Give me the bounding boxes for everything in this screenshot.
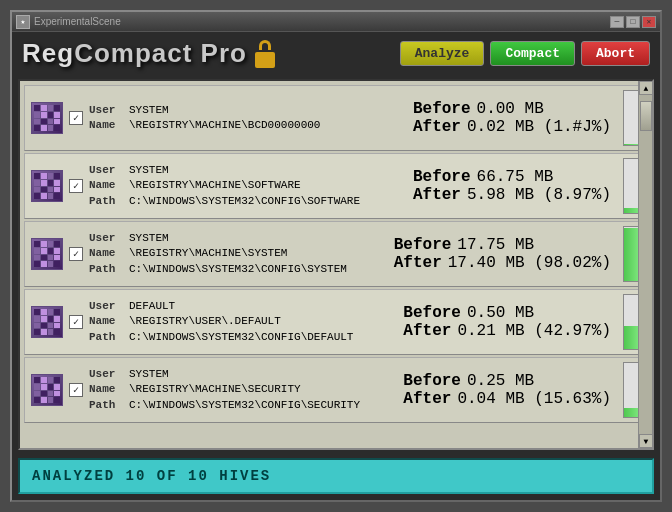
- hive-icon: [31, 102, 63, 134]
- title-pro: Pro: [192, 38, 247, 68]
- path-value: C:\WINDOWS\SYSTEM32\CONFIG\SOFTWARE: [129, 194, 360, 209]
- name-value: \REGISTRY\USER\.DEFAULT: [129, 314, 281, 329]
- name-value: \REGISTRY\MACHINE\SYSTEM: [129, 246, 287, 261]
- scrollbar-thumb[interactable]: [640, 101, 652, 131]
- hive-info: UserSYSTEMName\REGISTRY\MACHINE\SYSTEMPa…: [89, 231, 388, 277]
- title-bar-buttons: ─ □ ✕: [610, 16, 656, 28]
- hive-icon: [31, 170, 63, 202]
- hive-item: UserDEFAULTName\REGISTRY\USER\.DEFAULTPa…: [24, 289, 648, 355]
- path-label: Path: [89, 398, 129, 413]
- hive-icon: [31, 374, 63, 406]
- user-value: DEFAULT: [129, 299, 175, 314]
- path-value: C:\WINDOWS\SYSTEM32\CONFIG\DEFAULT: [129, 330, 353, 345]
- name-label: Name: [89, 382, 129, 397]
- user-label: User: [89, 103, 129, 118]
- hive-icon: [31, 238, 63, 270]
- hive-info: UserSYSTEMName\REGISTRY\MACHINE\SOFTWARE…: [89, 163, 407, 209]
- path-label: Path: [89, 330, 129, 345]
- before-value: 66.75 MB: [477, 168, 597, 186]
- toolbar: Analyze Compact Abort: [400, 41, 650, 66]
- header-area: RegCompact Pro Analyze Compact Abort: [12, 32, 660, 75]
- scrollbar-down-button[interactable]: ▼: [639, 434, 653, 448]
- maximize-button[interactable]: □: [626, 16, 640, 28]
- lock-body: [255, 52, 275, 68]
- before-value: 0.25 MB: [467, 372, 587, 390]
- name-value: \REGISTRY\MACHINE\SOFTWARE: [129, 178, 301, 193]
- name-label: Name: [89, 246, 129, 261]
- name-value: \REGISTRY\MACHINE\SECURITY: [129, 382, 301, 397]
- app-title: RegCompact Pro: [22, 38, 279, 69]
- lock-icon: [255, 40, 279, 68]
- path-value: C:\WINDOWS\SYSTEM32\CONFIG\SYSTEM: [129, 262, 347, 277]
- hive-checkbox[interactable]: [69, 383, 83, 397]
- hive-item: UserSYSTEMName\REGISTRY\MACHINE\SOFTWARE…: [24, 153, 648, 219]
- after-value: 0.21 MB (42.97%): [457, 322, 611, 340]
- name-label: Name: [89, 118, 129, 133]
- before-value: 17.75 MB: [457, 236, 577, 254]
- hive-info: UserSYSTEMName\REGISTRY\MACHINE\SECURITY…: [89, 367, 397, 413]
- before-label: Before: [413, 168, 471, 186]
- analyze-button[interactable]: Analyze: [400, 41, 485, 66]
- hive-info: UserSYSTEMName\REGISTRY\MACHINE\BCD00000…: [89, 103, 407, 134]
- before-label: Before: [403, 372, 461, 390]
- name-label: Name: [89, 314, 129, 329]
- name-value: \REGISTRY\MACHINE\BCD00000000: [129, 118, 320, 133]
- compact-button[interactable]: Compact: [490, 41, 575, 66]
- after-label: After: [403, 390, 451, 408]
- before-after-area: Before0.50 MBAfter0.21 MB (42.97%): [403, 304, 611, 340]
- hive-checkbox[interactable]: [69, 315, 83, 329]
- main-window: ★ ExperimentalScene ─ □ ✕ RegCompact Pro…: [10, 10, 662, 502]
- after-value: 0.02 MB (1.#J%): [467, 118, 611, 136]
- hive-checkbox[interactable]: [69, 247, 83, 261]
- user-value: SYSTEM: [129, 231, 169, 246]
- path-value: C:\WINDOWS\SYSTEM32\CONFIG\SECURITY: [129, 398, 360, 413]
- hive-item: UserSYSTEMName\REGISTRY\MACHINE\SYSTEMPa…: [24, 221, 648, 287]
- hive-list: UserSYSTEMName\REGISTRY\MACHINE\BCD00000…: [20, 81, 652, 427]
- status-bar: ANALYZED 10 OF 10 HIVES: [18, 458, 654, 494]
- after-label: After: [403, 322, 451, 340]
- before-label: Before: [394, 236, 452, 254]
- after-label: After: [413, 118, 461, 136]
- before-after-area: Before66.75 MBAfter5.98 MB (8.97%): [413, 168, 611, 204]
- user-label: User: [89, 231, 129, 246]
- title-compact: Compact: [74, 38, 192, 68]
- hive-icon: [31, 306, 63, 338]
- title-reg: Reg: [22, 38, 74, 68]
- user-value: SYSTEM: [129, 163, 169, 178]
- user-label: User: [89, 367, 129, 382]
- user-label: User: [89, 299, 129, 314]
- after-label: After: [394, 254, 442, 272]
- after-value: 17.40 MB (98.02%): [448, 254, 611, 272]
- abort-button[interactable]: Abort: [581, 41, 650, 66]
- user-label: User: [89, 163, 129, 178]
- hive-checkbox[interactable]: [69, 179, 83, 193]
- before-value: 0.00 MB: [477, 100, 597, 118]
- name-label: Name: [89, 178, 129, 193]
- scrollbar[interactable]: ▲ ▼: [638, 81, 652, 448]
- lock-shackle: [259, 40, 271, 50]
- app-title-text: RegCompact Pro: [22, 38, 247, 69]
- after-value: 5.98 MB (8.97%): [467, 186, 611, 204]
- close-button[interactable]: ✕: [642, 16, 656, 28]
- before-after-area: Before0.00 MBAfter0.02 MB (1.#J%): [413, 100, 611, 136]
- after-label: After: [413, 186, 461, 204]
- after-value: 0.04 MB (15.63%): [457, 390, 611, 408]
- hive-info: UserDEFAULTName\REGISTRY\USER\.DEFAULTPa…: [89, 299, 397, 345]
- before-label: Before: [413, 100, 471, 118]
- hive-item: UserSYSTEMName\REGISTRY\MACHINE\SECURITY…: [24, 357, 648, 423]
- hive-checkbox[interactable]: [69, 111, 83, 125]
- user-value: SYSTEM: [129, 367, 169, 382]
- company-name: ExperimentalScene: [34, 16, 121, 27]
- before-after-area: Before17.75 MBAfter17.40 MB (98.02%): [394, 236, 611, 272]
- before-label: Before: [403, 304, 461, 322]
- before-value: 0.50 MB: [467, 304, 587, 322]
- user-value: SYSTEM: [129, 103, 169, 118]
- title-bar: ★ ExperimentalScene ─ □ ✕: [12, 12, 660, 32]
- before-after-area: Before0.25 MBAfter0.04 MB (15.63%): [403, 372, 611, 408]
- hive-item: UserSYSTEMName\REGISTRY\MACHINE\BCD00000…: [24, 85, 648, 151]
- app-icon: ★: [16, 15, 30, 29]
- content-area: UserSYSTEMName\REGISTRY\MACHINE\BCD00000…: [18, 79, 654, 450]
- minimize-button[interactable]: ─: [610, 16, 624, 28]
- scrollbar-up-button[interactable]: ▲: [639, 81, 653, 95]
- path-label: Path: [89, 194, 129, 209]
